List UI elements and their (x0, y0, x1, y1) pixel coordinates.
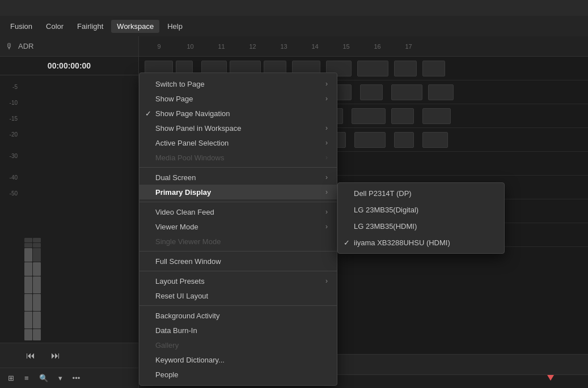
menu-keyword-dictionary[interactable]: Keyword Dictionary... (139, 352, 337, 367)
bottom-toolbar: ⊞ ≡ 🔍 ▾ ••• (0, 368, 138, 388)
menu-gallery[interactable]: Gallery (139, 338, 337, 352)
menu-show-page[interactable]: Show Page › (139, 91, 337, 106)
menu-fusion[interactable]: Fusion (5, 20, 38, 33)
grid-view-button[interactable]: ⊞ (5, 372, 18, 384)
track-clip-9[interactable] (394, 61, 417, 76)
menu-section-6: Background Activity Data Burn-In Gallery… (139, 305, 337, 383)
submenu-lg-hdmi[interactable]: LG 23MB35(HDMI) (338, 218, 504, 234)
time-markers: 9 10 11 12 13 14 15 16 17 (139, 43, 429, 50)
menu-reset-ui-layout[interactable]: Reset UI Layout (139, 288, 337, 303)
arrow-layout-presets: › (325, 277, 328, 285)
menu-section-5: Layout Presets › Reset UI Layout (139, 271, 337, 304)
dropdown-button[interactable]: ▾ (55, 372, 66, 384)
menu-viewer-mode[interactable]: Viewer Mode › (139, 219, 337, 234)
menu-switch-to-page[interactable]: Switch to Page › (139, 76, 337, 91)
arrow-viewer-mode: › (325, 223, 328, 231)
submenu-iiyama[interactable]: ✓ iiyama XB3288UHSU (HDMI) (338, 234, 504, 251)
time-marker-9: 9 (143, 43, 175, 50)
meter-col-1b (33, 78, 41, 340)
adr-label: ADR (18, 42, 33, 50)
time-marker-15: 15 (331, 43, 362, 50)
menu-section-3: Video Clean Feed › Viewer Mode › Single … (139, 202, 337, 250)
arrow-primary-display: › (325, 188, 328, 196)
time-marker-17: 17 (393, 43, 424, 50)
time-marker-14: 14 (299, 43, 331, 50)
arrow-show-panel: › (325, 124, 328, 132)
main-content: 🎙 ADR 00:00:00:00 -5 -10 -15 -20 -30 -40… (0, 36, 588, 388)
audio-meters (20, 75, 45, 343)
track-clip-r4-8[interactable] (394, 132, 414, 148)
meter-area: -5 -10 -15 -20 -30 -40 -50 (0, 75, 138, 343)
db-label-0: -5 (12, 84, 18, 90)
transport-controls: ⏮ ⏭ (0, 343, 138, 368)
menu-show-panel-in-workspace[interactable]: Show Panel in Workspace › (139, 121, 337, 135)
arrow-active-panel: › (325, 139, 328, 147)
submenu-dell[interactable]: Dell P2314T (DP) (338, 185, 504, 202)
track-clip-r4-7[interactable] (354, 132, 386, 148)
menu-active-panel-selection[interactable]: Active Panel Selection › (139, 135, 337, 150)
menu-section-4: Full Screen Window (139, 251, 337, 270)
db-labels: -5 -10 -15 -20 -30 -40 -50 (0, 75, 20, 343)
meter-group-1 (24, 78, 41, 340)
menu-full-screen-window[interactable]: Full Screen Window (139, 254, 337, 268)
timeline-header: 9 10 11 12 13 14 15 16 17 (139, 36, 588, 57)
meter-col-1a (24, 78, 32, 340)
menu-workspace[interactable]: Workspace (111, 20, 159, 33)
track-clip-r4-9[interactable] (422, 132, 448, 148)
arrow-video-clean-feed: › (325, 208, 328, 216)
menu-dual-screen[interactable]: Dual Screen › (139, 170, 337, 185)
db-label-4: -30 (10, 154, 18, 159)
top-bar (0, 0, 588, 16)
track-clip-8[interactable] (357, 61, 388, 76)
arrow-show-page: › (325, 95, 328, 103)
menu-fairlight[interactable]: Fairlight (71, 20, 109, 33)
menu-people[interactable]: People (139, 367, 337, 382)
time-marker-12: 12 (237, 43, 268, 50)
menu-video-clean-feed[interactable]: Video Clean Feed › (139, 204, 337, 219)
menu-media-pool-windows[interactable]: Media Pool Windows › (139, 150, 337, 165)
more-button[interactable]: ••• (69, 372, 84, 384)
db-label-3: -20 (10, 132, 18, 138)
time-marker-16: 16 (362, 43, 393, 50)
menu-color[interactable]: Color (40, 20, 69, 33)
menu-data-burn-in[interactable]: Data Burn-In (139, 323, 337, 338)
track-clip-r2-8[interactable] (391, 84, 422, 100)
menu-primary-display[interactable]: Primary Display › Dell P2314T (DP) LG 23… (139, 185, 337, 199)
menu-layout-presets[interactable]: Layout Presets › (139, 274, 337, 288)
menu-single-viewer-mode[interactable]: Single Viewer Mode (139, 234, 337, 249)
arrow-switch-to-page: › (325, 80, 328, 88)
time-marker-13: 13 (268, 43, 299, 50)
menu-section-1: Switch to Page › Show Page › ✓ Show Page… (139, 75, 337, 166)
skip-back-button[interactable]: ⏮ (23, 348, 39, 364)
workspace-dropdown-menu: Switch to Page › Show Page › ✓ Show Page… (139, 73, 337, 386)
time-marker-10: 10 (175, 43, 206, 50)
db-label-2: -15 (10, 116, 18, 122)
mic-icon: 🎙 (6, 42, 14, 51)
db-label-6: -50 (10, 191, 18, 197)
check-iiyama: ✓ (344, 238, 350, 247)
menu-help[interactable]: Help (162, 20, 188, 33)
menu-show-page-navigation[interactable]: ✓ Show Page Navigation (139, 106, 337, 121)
db-label-5: -40 (10, 175, 18, 181)
menu-background-activity[interactable]: Background Activity (139, 308, 337, 323)
menu-section-2: Dual Screen › Primary Display › Dell P23… (139, 167, 337, 201)
time-marker-11: 11 (206, 43, 237, 50)
playhead (547, 375, 554, 381)
list-view-button[interactable]: ≡ (21, 372, 32, 384)
track-clip-r3-9[interactable] (422, 108, 451, 124)
timecode-display: 00:00:00:00 (0, 57, 138, 75)
track-clip-r3-8[interactable] (391, 108, 414, 124)
primary-display-submenu: Dell P2314T (DP) LG 23MB35(Digital) LG 2… (337, 182, 505, 254)
track-clip-r2-7[interactable] (360, 84, 383, 100)
track-clip-10[interactable] (422, 61, 445, 76)
submenu-lg-digital[interactable]: LG 23MB35(Digital) (338, 202, 504, 218)
check-show-page-navigation: ✓ (145, 109, 151, 118)
menu-bar: Fusion Color Fairlight Workspace Help (0, 16, 588, 36)
arrow-dual-screen: › (325, 173, 328, 181)
db-label-1: -10 (10, 100, 18, 106)
left-panel: 🎙 ADR 00:00:00:00 -5 -10 -15 -20 -30 -40… (0, 36, 139, 388)
skip-forward-button[interactable]: ⏭ (48, 348, 64, 364)
search-button[interactable]: 🔍 (36, 372, 52, 384)
track-clip-r3-7[interactable] (352, 108, 386, 124)
track-clip-r2-9[interactable] (428, 84, 454, 100)
